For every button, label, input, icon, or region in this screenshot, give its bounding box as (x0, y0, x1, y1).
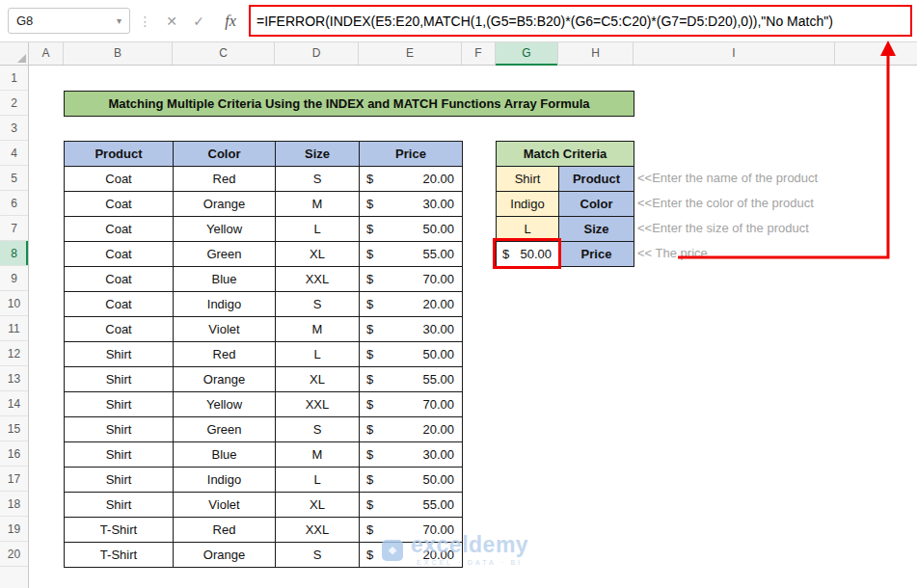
cell-product[interactable]: Shirt (65, 468, 174, 493)
product-table-header[interactable]: Color (174, 142, 276, 167)
cell-product[interactable]: Coat (65, 292, 174, 317)
cell-price[interactable]: $30.00 (360, 442, 463, 468)
row-header[interactable]: 7 (0, 216, 28, 241)
formula-input[interactable]: =IFERROR(INDEX(E5:E20,MATCH(1,(G5=B5:B20… (249, 5, 912, 37)
cell-color[interactable]: Yellow (174, 217, 276, 242)
cell-product[interactable]: Shirt (65, 417, 174, 442)
cell-size[interactable]: XXL (276, 392, 360, 417)
product-table-header[interactable]: Price (360, 142, 463, 167)
cell-size[interactable]: M (276, 442, 360, 468)
column-header[interactable]: I (634, 42, 835, 65)
cell-product[interactable]: Shirt (65, 392, 174, 417)
row-header[interactable]: 12 (0, 341, 28, 366)
row-header[interactable]: 20 (0, 542, 28, 567)
cell-price[interactable]: $30.00 (360, 192, 463, 217)
enter-button[interactable]: ✓ (187, 10, 210, 33)
row-header[interactable]: 4 (0, 141, 28, 166)
cell-product[interactable]: Coat (65, 267, 174, 292)
cell-color[interactable]: Orange (174, 192, 276, 217)
cell-price[interactable]: $55.00 (360, 242, 463, 267)
cell-color[interactable]: Green (174, 417, 276, 442)
row-header[interactable]: 10 (0, 291, 28, 316)
cell-price[interactable]: $50.00 (360, 342, 463, 367)
column-header[interactable]: B (64, 42, 173, 65)
criteria-table-title[interactable]: Match Criteria (497, 142, 634, 167)
cell-size[interactable]: L (276, 468, 360, 493)
cell-price[interactable]: $70.00 (360, 267, 463, 292)
cell-price[interactable]: $50.00 (360, 468, 463, 493)
cell-color[interactable]: Orange (174, 367, 276, 392)
cell-product[interactable]: T-Shirt (65, 543, 174, 568)
column-header[interactable]: H (558, 42, 634, 65)
cell-size[interactable]: L (276, 342, 360, 367)
criteria-result-price-cell[interactable]: $50.00 (497, 242, 559, 267)
row-header[interactable]: 15 (0, 416, 28, 441)
cell-product[interactable]: Shirt (65, 342, 174, 367)
row-header[interactable]: 17 (0, 467, 28, 492)
cell-product[interactable]: T-Shirt (65, 518, 174, 543)
cell-price[interactable]: $20.00 (360, 167, 463, 192)
cell-price[interactable]: $30.00 (360, 317, 463, 342)
cell-price[interactable]: $20.00 (360, 543, 463, 568)
column-header-selected[interactable]: G (496, 42, 558, 66)
cell-product[interactable]: Coat (65, 242, 174, 267)
column-header[interactable]: F (462, 42, 496, 65)
cell-size[interactable]: XL (276, 493, 360, 518)
cell-product[interactable]: Coat (65, 217, 174, 242)
cell-color[interactable]: Orange (174, 543, 276, 568)
cell-color[interactable]: Indigo (174, 468, 276, 493)
cell-color[interactable]: Red (174, 518, 276, 543)
cell-size[interactable]: XL (276, 367, 360, 392)
criteria-label-product[interactable]: Product (559, 167, 634, 192)
cell-color[interactable]: Indigo (174, 292, 276, 317)
cell-price[interactable]: $70.00 (360, 518, 463, 543)
row-header[interactable]: 19 (0, 517, 28, 542)
cell-price[interactable]: $20.00 (360, 417, 463, 442)
cell-size[interactable]: S (276, 417, 360, 442)
row-header[interactable]: 9 (0, 266, 28, 291)
cell-size[interactable]: M (276, 192, 360, 217)
cell-price[interactable]: $55.00 (360, 367, 463, 392)
criteria-label-color[interactable]: Color (559, 192, 634, 217)
cell-size[interactable]: L (276, 217, 360, 242)
row-header[interactable]: 14 (0, 391, 28, 416)
cell-color[interactable]: Green (174, 242, 276, 267)
row-header[interactable]: 6 (0, 191, 28, 216)
column-header[interactable]: C (173, 42, 275, 65)
cell-color[interactable]: Violet (174, 317, 276, 342)
cell-price[interactable]: $20.00 (360, 292, 463, 317)
criteria-input-product[interactable]: Shirt (497, 167, 559, 192)
cell-size[interactable]: M (276, 317, 360, 342)
cell-size[interactable]: S (276, 167, 360, 192)
product-table-header[interactable]: Size (276, 142, 360, 167)
row-header[interactable]: 3 (0, 116, 28, 141)
cell-size[interactable]: S (276, 543, 360, 568)
cell-color[interactable]: Yellow (174, 392, 276, 417)
cell-product[interactable]: Shirt (65, 493, 174, 518)
name-box[interactable]: G8 ▾ (8, 8, 130, 34)
criteria-label-price[interactable]: Price (559, 242, 634, 267)
cell-size[interactable]: XXL (276, 267, 360, 292)
row-header[interactable]: 18 (0, 492, 28, 517)
cell-price[interactable]: $55.00 (360, 493, 463, 518)
cell-product[interactable]: Shirt (65, 367, 174, 392)
cell-product[interactable]: Coat (65, 317, 174, 342)
cell-color[interactable]: Blue (174, 442, 276, 468)
row-header[interactable]: 11 (0, 316, 28, 341)
chevron-down-icon[interactable]: ▾ (117, 16, 121, 26)
title-banner-cell[interactable]: Matching Multiple Criteria Using the IND… (64, 91, 634, 117)
cell-size[interactable]: XL (276, 242, 360, 267)
cell-size[interactable]: XXL (276, 518, 360, 543)
row-header[interactable]: 1 (0, 66, 28, 91)
column-header[interactable]: E (359, 42, 462, 65)
select-all-corner[interactable] (0, 42, 29, 66)
formula-bar-splitter-handle[interactable]: ⋮ (139, 10, 152, 33)
row-header[interactable]: 2 (0, 91, 28, 116)
criteria-input-color[interactable]: Indigo (497, 192, 559, 217)
insert-function-button[interactable]: fx (218, 10, 243, 33)
cell-product[interactable]: Coat (65, 167, 174, 192)
cell-product[interactable]: Shirt (65, 442, 174, 468)
cell-price[interactable]: $50.00 (360, 217, 463, 242)
row-header[interactable]: 5 (0, 166, 28, 191)
cell-price[interactable]: $70.00 (360, 392, 463, 417)
